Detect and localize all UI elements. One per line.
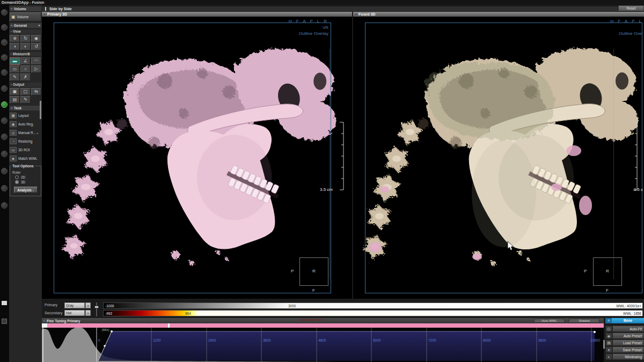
strip-tool-icon[interactable] xyxy=(1,85,8,92)
secondary-colormap-select[interactable]: Hot xyxy=(64,310,85,316)
panel-collapse-tab[interactable] xyxy=(603,340,605,349)
task-item-reslicing[interactable]: ◔ Reslicing xyxy=(10,137,41,145)
secondary-wwl-readout: WWL: 1856 xyxy=(623,311,641,316)
strip-bottom-icon[interactable] xyxy=(2,301,7,305)
zoom-icon[interactable]: ◉ xyxy=(31,35,41,42)
panel-drag-handle[interactable] xyxy=(301,319,322,321)
range-bar-left-cap[interactable] xyxy=(42,323,47,328)
print-icon[interactable]: ▤ xyxy=(10,96,20,104)
ruler-tool-icon[interactable]: ▬ xyxy=(10,57,20,65)
snapshot-icon[interactable]: ▣ xyxy=(10,88,20,95)
radio-2d-circle[interactable] xyxy=(15,175,19,179)
rotate-3d-icon[interactable]: ↻ xyxy=(20,35,31,42)
orbit-icon[interactable]: ◑ xyxy=(10,43,20,50)
opacity-slider-track[interactable] xyxy=(96,302,97,316)
submenu-arrow-icon: ▸ xyxy=(37,131,39,135)
histogram-area[interactable]: [551] 0 1200 2400 3600 4800 6000 7200 84… xyxy=(42,328,604,362)
task-item-manual-reg[interactable]: ◎ Manual R... ▸ xyxy=(10,129,41,137)
strip-tool-icon[interactable] xyxy=(1,151,8,157)
strip-tool-icon[interactable] xyxy=(1,134,8,140)
fine-tuning-header[interactable]: ≡ Fine Tuning Primary Auto WWL Shaded xyxy=(42,318,604,323)
pan-icon[interactable]: ⊕ xyxy=(10,35,20,42)
window-level-icon[interactable]: ◐ xyxy=(20,43,31,50)
task-item-3d-roi[interactable]: ▭ 3D ROI xyxy=(10,146,41,154)
reset-button[interactable]: Reset xyxy=(618,5,644,11)
bone-preset-button[interactable]: ≡ Bone xyxy=(605,318,644,323)
viewport-primary-header[interactable]: ≡ Primary 3D xyxy=(42,12,352,17)
rect-roi-icon[interactable]: ▭ xyxy=(10,65,20,73)
general-expand-icon[interactable]: ▸ xyxy=(39,23,40,28)
report-icon[interactable]: ✎ xyxy=(20,96,31,104)
copy-icon[interactable]: ▢ xyxy=(20,88,31,95)
window-title: Demand3DApp - Fusion xyxy=(0,0,644,5)
primary-gradient-bar[interactable]: -1000 3000 WWL: 4000/1e+ xyxy=(103,302,643,309)
measure-settings-icon[interactable]: ⚙ xyxy=(27,52,30,56)
auto-wwl-button[interactable]: Auto WWL xyxy=(534,319,565,323)
radio-3d-circle[interactable] xyxy=(15,180,19,184)
reset-view-icon[interactable]: ↺ xyxy=(31,43,41,50)
radio-2d[interactable]: 2D xyxy=(15,175,39,179)
primary-colormap-select[interactable]: Gray xyxy=(64,302,85,308)
pointer-tool-icon[interactable]: ▷ xyxy=(31,65,41,73)
auto-preset-button[interactable]: ◈ Auto Preset xyxy=(605,333,644,339)
strip-tool-icon[interactable] xyxy=(1,24,8,31)
delete-measure-icon[interactable]: ✗ xyxy=(20,73,31,81)
task-item-match-wwl[interactable]: ◈ Match WWL xyxy=(10,154,41,162)
axis-tick: 0 xyxy=(98,338,100,342)
secondary-gradient-bar[interactable]: -992 864 WWL: 1856 xyxy=(103,310,643,316)
angle-tool-icon[interactable]: ∠ xyxy=(20,57,31,65)
orientation-r: R xyxy=(606,269,609,274)
grip-icon: ≡ xyxy=(11,23,13,28)
sidebar-scrollbar[interactable] xyxy=(40,101,41,119)
shaded-button[interactable]: Shaded xyxy=(569,319,599,323)
strip-tool-icon[interactable] xyxy=(1,69,8,76)
save-preset-button[interactable]: ▾ Save Preset xyxy=(605,346,644,353)
viewport-fused-header[interactable]: ≡ Fused 3D xyxy=(353,12,644,17)
primary-range-min: -1000 xyxy=(105,303,114,309)
windowing-icon: ◐ xyxy=(605,353,612,360)
viewport-primary[interactable]: ≡ Primary 3D H F A P L R VR Outline Over… xyxy=(42,12,352,299)
task-item-layout[interactable]: ▦ Layout xyxy=(10,112,41,120)
analysis-button[interactable]: Analysis › xyxy=(14,187,38,193)
strip-tool-icon[interactable] xyxy=(1,168,8,174)
primary-colormap-dropdown-icon[interactable]: ▾ xyxy=(85,302,91,308)
strip-tool-icon[interactable] xyxy=(1,117,8,124)
arc-tool-icon[interactable]: ◠ xyxy=(31,57,41,65)
annotate-icon[interactable]: ✎ xyxy=(10,73,20,81)
auto-fit-button[interactable]: ⊡ Auto-Fit xyxy=(605,326,644,332)
viewport-fused[interactable]: ≡ Fused 3D H F A P L Outline Over xyxy=(353,12,644,299)
auto-fit-icon: ⊡ xyxy=(605,326,612,332)
axis-tick: 9600 xyxy=(538,338,546,342)
ellipse-roi-icon[interactable]: ○ xyxy=(20,65,31,73)
analysis-arrow-icon: › xyxy=(33,189,34,192)
general-section-header: ≡ General ▸ xyxy=(10,23,41,28)
task-item-auto-reg[interactable]: ◉ Auto Reg. xyxy=(10,120,41,128)
strip-tool-icon[interactable] xyxy=(1,185,8,191)
viewport-primary-body[interactable]: H F A P L R VR Outline Overlay 3.5 cm P … xyxy=(42,17,352,299)
render-mode-label: VR xyxy=(323,25,328,30)
viewport-fused-body[interactable]: H F A P L Outline Over 3.5 c P R F xyxy=(353,17,644,299)
secondary-colormap-label: Secondary xyxy=(45,311,62,315)
strip-tool-icon-active[interactable] xyxy=(1,101,8,108)
windowing-button[interactable]: ◐ Windowing xyxy=(605,353,644,360)
volume-button[interactable]: ▣ Volume xyxy=(10,12,41,21)
axis-tick: 10800 xyxy=(590,338,600,342)
volume-cube-icon: ▣ xyxy=(11,14,16,19)
strip-bottom-icon[interactable] xyxy=(2,319,7,324)
range-selection-bar[interactable] xyxy=(42,323,604,328)
orientation-f: F xyxy=(606,288,609,293)
secondary-colormap-dropdown-icon[interactable]: ▾ xyxy=(85,310,91,316)
export-icon[interactable]: ⇆ xyxy=(31,88,41,95)
range-bar-marker[interactable] xyxy=(168,323,170,328)
load-preset-button[interactable]: ▤ Load Preset xyxy=(605,339,644,346)
radio-3d[interactable]: 3D xyxy=(15,180,39,184)
transfer-point-value[interactable]: [551] xyxy=(102,328,109,331)
strip-tool-icon[interactable] xyxy=(1,9,8,16)
opacity-slider-handle[interactable] xyxy=(94,306,99,308)
strip-tool-icon[interactable] xyxy=(1,202,8,209)
strip-tool-icon[interactable] xyxy=(1,54,8,61)
strip-tool-icon[interactable] xyxy=(1,39,8,46)
histogram-plot xyxy=(42,328,604,362)
preset-menu-icon[interactable]: ≡ xyxy=(605,318,612,323)
scale-ruler xyxy=(632,122,638,190)
